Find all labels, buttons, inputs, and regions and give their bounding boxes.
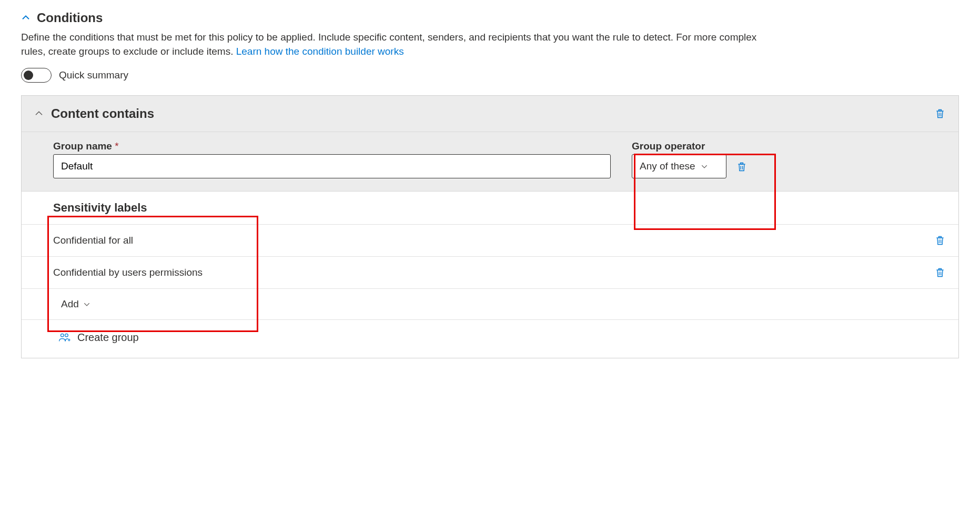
- label-name: Confidential by users permissions: [53, 267, 934, 278]
- svg-point-0: [60, 334, 64, 337]
- chevron-down-icon: [701, 163, 708, 170]
- label-row: Confidential by users permissions: [22, 257, 958, 289]
- delete-label-button[interactable]: [934, 234, 946, 247]
- label-name: Confidential for all: [53, 235, 934, 246]
- group-operator-dropdown[interactable]: Any of these: [632, 154, 726, 178]
- group-settings-row: Group name * Group operator Any of these: [22, 132, 958, 192]
- toggle-knob: [24, 71, 33, 80]
- quick-summary-toggle[interactable]: [21, 68, 52, 83]
- label-row: Confidential for all: [22, 225, 958, 257]
- conditions-description: Define the conditions that must be met f…: [21, 31, 768, 58]
- conditions-title: Conditions: [37, 11, 103, 25]
- sensitivity-labels-header: Sensitivity labels: [22, 192, 958, 225]
- group-name-label: Group name: [53, 140, 112, 152]
- quick-summary-label: Quick summary: [59, 69, 128, 81]
- learn-more-link[interactable]: Learn how the condition builder works: [236, 46, 404, 57]
- create-group-row: Create group: [22, 320, 958, 358]
- sensitivity-labels-title: Sensitivity labels: [53, 201, 147, 214]
- chevron-up-icon: [21, 13, 31, 23]
- content-contains-title: Content contains: [51, 106, 934, 121]
- add-button-label: Add: [61, 298, 79, 310]
- required-asterisk: *: [115, 140, 118, 152]
- group-operator-label: Group operator: [632, 140, 726, 152]
- content-contains-panel: Content contains Group name * Group oper…: [21, 95, 959, 358]
- group-operator-value: Any of these: [640, 160, 695, 172]
- add-button[interactable]: Add: [61, 298, 90, 310]
- people-add-icon: [58, 332, 72, 344]
- conditions-section-header[interactable]: Conditions: [21, 11, 959, 25]
- delete-condition-button[interactable]: [934, 107, 946, 120]
- chevron-up-icon: [34, 109, 44, 118]
- group-name-input[interactable]: [53, 154, 611, 178]
- create-group-label: Create group: [77, 332, 139, 344]
- create-group-button[interactable]: Create group: [58, 332, 139, 344]
- svg-point-1: [65, 334, 68, 337]
- content-contains-header[interactable]: Content contains: [22, 96, 958, 132]
- chevron-down-icon: [83, 300, 90, 308]
- add-row: Add: [22, 289, 958, 320]
- delete-label-button[interactable]: [934, 266, 946, 279]
- delete-group-button[interactable]: [736, 160, 747, 173]
